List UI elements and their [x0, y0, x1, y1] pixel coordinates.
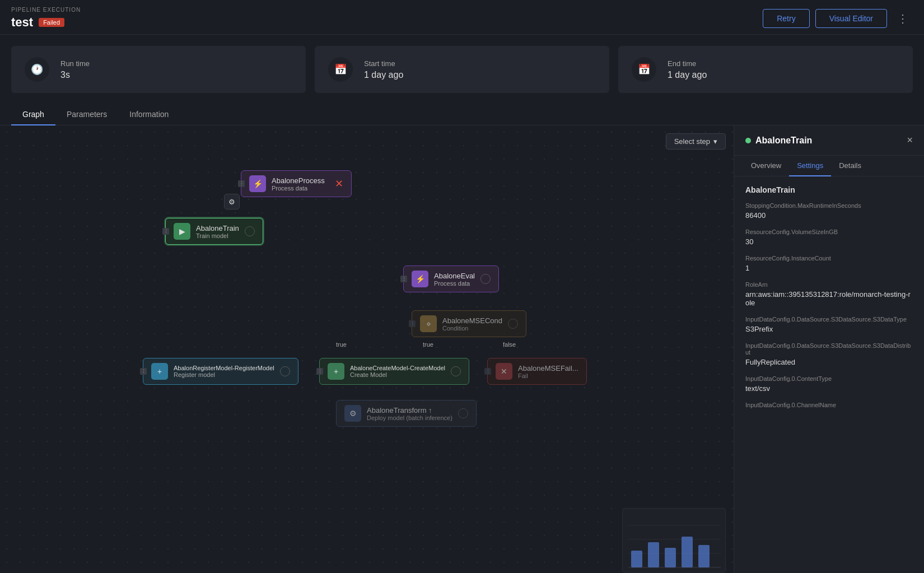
pipeline-title: test Failed — [11, 15, 81, 30]
visual-editor-button[interactable]: Visual Editor — [815, 9, 887, 28]
svg-rect-10 — [665, 548, 676, 567]
runtime-value: 3s — [60, 70, 90, 80]
endtime-value: 1 day ago — [668, 70, 707, 80]
endtime-label: End time — [668, 59, 707, 68]
process-icon: ⚡ — [249, 175, 266, 192]
starttime-value: 1 day ago — [364, 70, 403, 80]
register-name: AbalonRegisterModel-RegisterModel — [174, 365, 274, 371]
tab-information[interactable]: Information — [118, 104, 180, 125]
tabs-bar: Graph Parameters Information — [0, 104, 924, 125]
pipeline-name: test — [11, 15, 33, 30]
select-step-label: Select step — [674, 137, 710, 146]
field-instance-count: ResourceConfig.InstanceCount 1 — [745, 255, 913, 272]
transform-name: AbaloneTransform ↑ — [367, 406, 452, 414]
fail-icon: ✕ — [496, 363, 512, 380]
process-name: AbaloneProcess — [272, 176, 325, 185]
panel-tab-details[interactable]: Details — [831, 156, 869, 176]
node-abalone-transform[interactable]: ⚙ AbaloneTransform ↑ Deploy model (batch… — [336, 400, 477, 427]
node-abalone-fail[interactable]: ⋮ ✕ AbaloneMSEFail... Fail — [487, 358, 587, 385]
true-label-left: true — [336, 341, 347, 348]
s3-distrib-label: InputDataConfig.0.DataSource.S3DataSourc… — [745, 342, 913, 356]
node-abalone-process[interactable]: ⋮ ⚡ AbaloneProcess Process data ✕ — [241, 170, 352, 197]
main-content: Select step ▾ ⚙ ⋮ ⚡ AbaloneProcess Proce… — [0, 125, 924, 573]
handle-left-train: ⋮ — [162, 228, 169, 235]
panel-tab-overview[interactable]: Overview — [743, 156, 789, 176]
header: PIPELINE EXECUTION test Failed Retry Vis… — [0, 0, 924, 35]
svg-rect-12 — [698, 545, 710, 567]
header-left: PIPELINE EXECUTION test Failed — [11, 7, 81, 30]
select-step-dropdown[interactable]: Select step ▾ — [666, 133, 726, 150]
node-abalone-create[interactable]: ⋮ + AbaloneCreateModel-CreateModel Creat… — [319, 358, 469, 385]
svg-rect-11 — [682, 537, 693, 567]
retry-button[interactable]: Retry — [763, 9, 809, 28]
train-sub: Train model — [196, 232, 239, 239]
handle-left-cond: ⋮ — [409, 320, 416, 327]
right-panel: AbaloneTrain × Overview Settings Details… — [734, 125, 924, 573]
panel-title: AbaloneTrain — [745, 136, 812, 146]
condition-icon: ⋄ — [420, 315, 437, 332]
train-status — [245, 226, 255, 236]
panel-header: AbaloneTrain × — [734, 125, 924, 156]
handle-left-create: ⋮ — [316, 368, 323, 375]
error-icon: ✕ — [335, 178, 343, 190]
transform-status — [458, 408, 468, 418]
process-sub: Process data — [272, 185, 325, 192]
s3-data-type-label: InputDataConfig.0.DataSource.S3DataSourc… — [745, 316, 913, 323]
stopping-condition-value: 86400 — [745, 211, 913, 220]
content-type-label: InputDataConfig.0.ContentType — [745, 375, 913, 382]
field-s3-data-type: InputDataConfig.0.DataSource.S3DataSourc… — [745, 316, 913, 333]
panel-section-title: AbaloneTrain — [745, 185, 913, 194]
condition-status — [508, 319, 518, 329]
register-icon: + — [151, 363, 168, 380]
s3-distrib-value: FullyReplicated — [745, 358, 913, 366]
transform-icon: ⚙ — [344, 405, 361, 422]
role-arn-value: arn:aws:iam::395135312817:role/monarch-t… — [745, 290, 913, 307]
create-icon: + — [328, 363, 344, 380]
panel-close-button[interactable]: × — [907, 134, 913, 146]
fail-sub: Fail — [518, 372, 578, 379]
volume-size-value: 30 — [745, 237, 913, 246]
stat-card-starttime: 📅 Start time 1 day ago — [315, 46, 609, 93]
role-arn-label: RoleArn — [745, 281, 913, 288]
panel-tab-settings[interactable]: Settings — [789, 156, 831, 176]
handle-left: ⋮ — [238, 180, 245, 187]
instance-count-label: ResourceConfig.InstanceCount — [745, 255, 913, 262]
panel-tabs: Overview Settings Details — [734, 156, 924, 176]
clock-icon: 🕐 — [25, 57, 49, 82]
more-menu-button[interactable]: ⋮ — [893, 10, 913, 27]
node-abalone-eval[interactable]: ⋮ ⚡ AbaloneEval Process data — [403, 265, 499, 292]
eval-status — [480, 274, 491, 284]
chevron-down-icon: ▾ — [713, 137, 717, 146]
header-right: Retry Visual Editor ⋮ — [763, 9, 913, 28]
mini-chart-svg — [623, 509, 726, 573]
node-abalone-condition[interactable]: ⋮ ⋄ AbaloneMSECond Condition — [412, 310, 526, 337]
train-name: AbaloneTrain — [196, 224, 239, 232]
condition-name: AbaloneMSECond — [442, 316, 502, 325]
stopping-condition-label: StoppingCondition.MaxRuntimeInSeconds — [745, 202, 913, 209]
connections-svg — [0, 125, 168, 209]
panel-status-dot — [745, 138, 751, 143]
create-name: AbaloneCreateModel-CreateModel — [350, 365, 445, 371]
train-icon: ▶ — [174, 223, 190, 240]
channel-name-label: InputDataConfig.0.ChannelName — [745, 402, 913, 408]
node-abalone-register[interactable]: ⋮ + AbalonRegisterModel-RegisterModel Re… — [143, 358, 298, 385]
panel-content: AbaloneTrain StoppingCondition.MaxRuntim… — [734, 176, 924, 573]
stat-card-runtime: 🕐 Run time 3s — [11, 46, 306, 93]
eval-sub: Process data — [434, 280, 475, 287]
field-volume-size: ResourceConfig.VolumeSizeInGB 30 — [745, 229, 913, 246]
node-abalone-train[interactable]: ⋮ ▶ AbaloneTrain Train model — [165, 218, 263, 245]
field-role-arn: RoleArn arn:aws:iam::395135312817:role/m… — [745, 281, 913, 307]
field-s3-distrib: InputDataConfig.0.DataSource.S3DataSourc… — [745, 342, 913, 366]
graph-area[interactable]: Select step ▾ ⚙ ⋮ ⚡ AbaloneProcess Proce… — [0, 125, 734, 573]
calendar-end-icon: 📅 — [632, 57, 656, 82]
tab-graph[interactable]: Graph — [11, 104, 55, 125]
condition-sub: Condition — [442, 325, 502, 332]
starttime-label: Start time — [364, 59, 403, 68]
settings-node[interactable]: ⚙ — [224, 194, 240, 209]
tab-parameters[interactable]: Parameters — [55, 104, 118, 125]
stats-row: 🕐 Run time 3s 📅 Start time 1 day ago 📅 E… — [0, 35, 924, 104]
mini-chart — [622, 508, 726, 572]
true-label-right: true — [423, 341, 433, 348]
transform-sub: Deploy model (batch inference) — [367, 414, 452, 421]
volume-size-label: ResourceConfig.VolumeSizeInGB — [745, 229, 913, 235]
